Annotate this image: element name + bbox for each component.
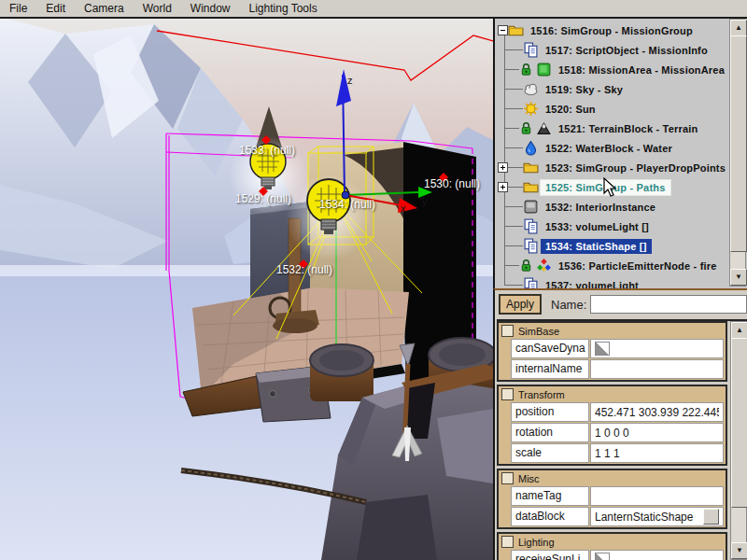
property-label: nameTag	[511, 486, 589, 506]
property-row: nameTag	[511, 486, 724, 506]
expander-plus-icon[interactable]	[498, 162, 508, 173]
script-icon	[523, 277, 539, 288]
tree-item-label: 1517: ScriptObject - MissionInfo	[541, 43, 712, 58]
property-value-field[interactable]: LanternStaticShape	[590, 507, 724, 526]
expander-minus-icon[interactable]	[498, 25, 508, 35]
property-row: rotation1 0 0 0	[511, 423, 724, 442]
property-label: receiveSunLi	[511, 550, 589, 560]
inspector-scrollbar[interactable]: ▲ ▼	[730, 321, 747, 560]
tree-item-label: 1520: Sun	[541, 102, 600, 117]
group-header: SimBase	[499, 323, 726, 339]
tree-connector-stub	[505, 226, 523, 227]
object-id-label: 1534: (null)	[319, 198, 375, 211]
property-label: canSaveDyna	[511, 339, 589, 358]
level-editor-window: FileEditCameraWorldWindowLighting Tools	[0, 0, 747, 560]
lock-icon	[519, 63, 533, 77]
property-value-text: 452.471 303.939 222.445	[595, 406, 719, 419]
menu-item-file[interactable]: File	[0, 1, 36, 16]
scene-tree-panel: 1516: SimGroup - MissionGroup1517: Scrip…	[493, 17, 747, 288]
particle-icon	[536, 258, 552, 273]
scroll-down-button[interactable]: ▼	[731, 542, 747, 559]
group-checkbox[interactable]	[501, 536, 514, 548]
tree-item-label: 1534: StaticShape []	[541, 239, 652, 254]
tree-item[interactable]: 1523: SimGroup - PlayerDropPoints	[495, 158, 728, 177]
menu-item-camera[interactable]: Camera	[75, 1, 134, 16]
group-checkbox[interactable]	[501, 472, 514, 484]
group-title: Misc	[518, 473, 540, 484]
tree-item[interactable]: 1534: StaticShape []	[495, 236, 728, 256]
property-value-field[interactable]	[590, 359, 724, 379]
toggle-icon[interactable]	[595, 342, 610, 356]
tree-item[interactable]: 1517: ScriptObject - MissionInfo	[495, 40, 728, 60]
toggle-icon[interactable]	[595, 553, 610, 560]
folder-icon	[523, 160, 539, 175]
folder-icon	[523, 179, 539, 195]
object-id-label: 1533: (null)	[239, 144, 295, 157]
property-label: rotation	[511, 423, 589, 442]
group-header: Lighting	[499, 534, 726, 550]
tree-item-label: 1523: SimGroup - PlayerDropPoints	[541, 161, 730, 175]
tree-connector-stub	[505, 147, 523, 148]
property-group-transform: Transformposition452.471 303.939 222.445…	[497, 385, 727, 466]
property-value-field[interactable]: 1 0 0 0	[590, 423, 724, 442]
property-value-text: LanternStaticShape	[595, 511, 693, 524]
property-value-field[interactable]: 1 1 1	[590, 443, 724, 463]
tree-item[interactable]: 1521: TerrainBlock - Terrain	[495, 119, 728, 138]
tree-connector-stub	[505, 265, 519, 266]
tree-item[interactable]: 1520: Sun	[495, 99, 728, 119]
mouse-cursor	[603, 177, 618, 198]
tree-connector-stub	[505, 206, 523, 207]
scroll-up-button[interactable]: ▲	[731, 322, 747, 339]
property-label: scale	[511, 443, 589, 463]
tree-item-label: 1519: Sky - Sky	[541, 82, 627, 97]
datablock-picker-button[interactable]	[703, 509, 719, 525]
3d-viewport[interactable]: 1533: (null)1529: (null)1534: (null)1532…	[0, 17, 493, 560]
property-row: position452.471 303.939 222.445	[511, 402, 724, 422]
tree-item-label: 1518: MissionArea - MissionArea	[554, 63, 729, 77]
scroll-down-button[interactable]: ▼	[730, 269, 747, 286]
property-group-misc: MiscnameTagdataBlockLanternStaticShape	[497, 469, 727, 529]
name-input[interactable]	[590, 295, 747, 314]
tree-item[interactable]: 1522: WaterBlock - Water	[495, 138, 728, 158]
tree-item[interactable]: 1532: InteriorInstance	[495, 197, 728, 217]
tree-item-label: 1536: ParticleEmitterNode - fire	[554, 259, 722, 273]
group-title: Transform	[518, 389, 565, 400]
scroll-up-button[interactable]: ▲	[730, 20, 747, 36]
tree-item-label: 1532: InteriorInstance	[541, 200, 660, 215]
property-row: dataBlockLanternStaticShape	[511, 507, 724, 526]
object-id-label: 1532: (null)	[276, 263, 332, 276]
tree-item[interactable]: 1537: volumeLight	[495, 275, 728, 288]
property-value-field[interactable]: 452.471 303.939 222.445	[590, 402, 724, 422]
tree-item[interactable]: 1518: MissionArea - MissionArea	[495, 60, 728, 79]
tree-item[interactable]: 1533: volumeLight []	[495, 217, 728, 236]
scrollbar-thumb[interactable]	[731, 338, 747, 508]
menu-item-window[interactable]: Window	[181, 1, 240, 16]
property-value-field[interactable]	[590, 550, 724, 560]
tree-item[interactable]: 1536: ParticleEmitterNode - fire	[495, 256, 728, 275]
tree-connector-stub	[505, 245, 523, 246]
tree-item-label: 1516: SimGroup - MissionGroup	[526, 23, 698, 38]
lock-icon	[519, 259, 533, 273]
tree-connector-stub	[505, 108, 523, 109]
tree-connector-stub	[505, 49, 523, 50]
scrollbar-thumb[interactable]	[730, 35, 747, 252]
group-checkbox[interactable]	[501, 325, 514, 337]
property-value-field[interactable]	[590, 486, 724, 506]
property-value-text: 1 0 0 0	[595, 427, 629, 440]
apply-button[interactable]: Apply	[499, 294, 542, 315]
object-id-label: 1530: (null)	[424, 177, 480, 190]
menu-item-edit[interactable]: Edit	[36, 1, 75, 16]
axis-label: y	[422, 196, 428, 207]
menu-item-lighting-tools[interactable]: Lighting Tools	[240, 1, 327, 16]
tree-item-label: 1521: TerrainBlock - Terrain	[554, 121, 702, 136]
tree-scrollbar[interactable]: ▲ ▼	[729, 19, 746, 287]
menu-item-world[interactable]: World	[134, 1, 181, 16]
tree-item[interactable]: 1519: Sky - Sky	[495, 79, 728, 99]
property-value-field[interactable]	[590, 339, 724, 358]
property-label: position	[511, 402, 589, 422]
group-checkbox[interactable]	[501, 388, 514, 400]
property-row: canSaveDyna	[511, 339, 724, 358]
expander-plus-icon[interactable]	[498, 182, 508, 192]
gray-square-icon	[523, 199, 539, 215]
tree-item[interactable]: 1516: SimGroup - MissionGroup	[495, 21, 728, 40]
